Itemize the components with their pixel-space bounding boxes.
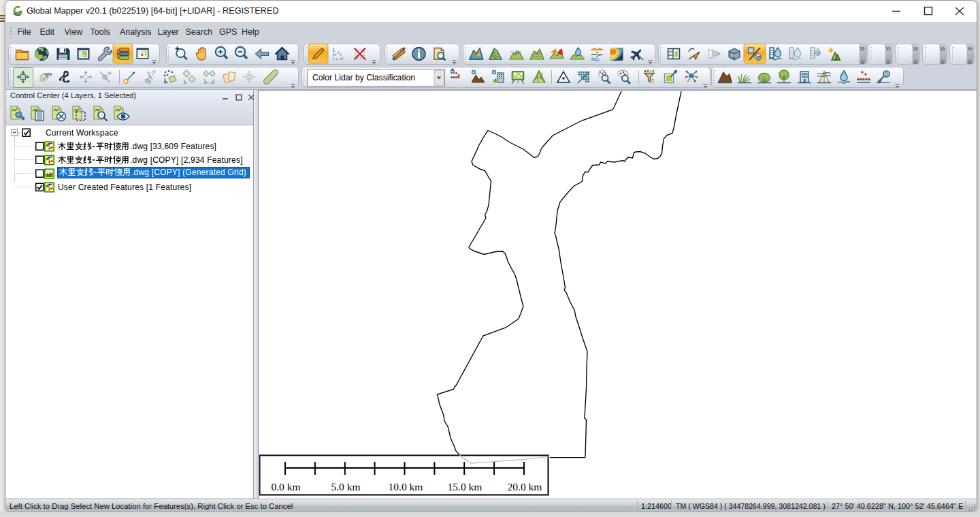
svg-text:10.0 km: 10.0 km — [389, 481, 423, 492]
svg-text:5.0 km: 5.0 km — [331, 481, 360, 492]
svg-text:3D: 3D — [730, 53, 736, 57]
svg-text:Color Lidar by Classification: Color Lidar by Classification — [312, 73, 415, 82]
svg-text:15.0 km: 15.0 km — [448, 481, 483, 492]
svg-text:0.0 km: 0.0 km — [271, 481, 300, 492]
svg-text:20.0 km: 20.0 km — [508, 481, 542, 492]
